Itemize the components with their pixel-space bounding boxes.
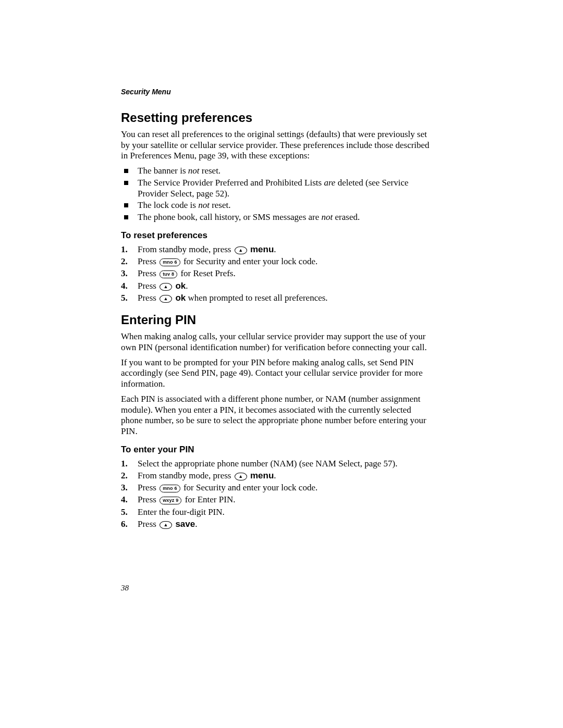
up-key-icon: ▲	[235, 246, 247, 254]
text: .	[195, 519, 197, 529]
softkey-label: menu	[250, 471, 274, 480]
list-item: Press mno 6 for Security and enter your …	[121, 482, 430, 493]
text: Press	[138, 281, 158, 291]
softkey-label: save	[175, 519, 195, 529]
body-paragraph: If you want to be prompted for your PIN …	[121, 357, 430, 390]
emphasis: are	[324, 178, 335, 188]
steps-enter-pin: Select the appropriate phone number (NAM…	[121, 458, 430, 530]
text: Press	[138, 519, 158, 529]
subheading-to-reset-preferences: To reset preferences	[121, 230, 430, 241]
list-item: The lock code is not reset.	[121, 200, 430, 211]
keypad-6-icon: mno 6	[160, 258, 180, 266]
body-paragraph: Each PIN is associated with a different …	[121, 394, 430, 437]
text: Press	[138, 495, 158, 504]
text: when prompted to reset all preferences.	[186, 293, 327, 303]
list-item: Press tuv 8 for Reset Prefs.	[121, 268, 430, 279]
emphasis: not	[188, 166, 200, 176]
heading-entering-pin: Entering PIN	[121, 313, 430, 327]
subheading-to-enter-your-pin: To enter your PIN	[121, 445, 430, 455]
text: The phone book, call history, or SMS mes…	[138, 212, 322, 222]
intro-paragraph: You can reset all preferences to the ori…	[121, 129, 430, 162]
manual-page: Security Menu Resetting preferences You …	[0, 0, 563, 728]
text: for Reset Prefs.	[178, 268, 236, 278]
list-item: The phone book, call history, or SMS mes…	[121, 212, 430, 223]
page-number: 38	[121, 584, 129, 593]
text: reset.	[210, 200, 231, 210]
emphasis: not	[322, 212, 333, 222]
list-item: Press wxyz 9 for Enter PIN.	[121, 494, 430, 505]
emphasis: not	[198, 200, 210, 210]
heading-resetting-preferences: Resetting preferences	[121, 110, 430, 125]
text: The lock code is	[138, 200, 198, 210]
list-item: Select the appropriate phone number (NAM…	[121, 458, 430, 469]
running-header: Security Menu	[121, 88, 430, 96]
list-item: Press mno 6 for Security and enter your …	[121, 256, 430, 267]
text: for Enter PIN.	[182, 495, 235, 504]
list-item: The Service Provider Preferred and Prohi…	[121, 178, 430, 199]
up-key-icon: ▲	[160, 521, 172, 529]
text: Select the appropriate phone number (NAM…	[138, 459, 398, 468]
text: Enter the four-digit PIN.	[138, 507, 225, 517]
text: Press	[138, 483, 158, 492]
text: The banner is	[138, 166, 188, 176]
text: erased.	[333, 212, 360, 222]
text: .	[186, 281, 188, 291]
list-item: From standby mode, press ▲ menu.	[121, 470, 430, 481]
text: From standby mode, press	[138, 244, 234, 254]
text: .	[274, 471, 276, 480]
keypad-9-icon: wxyz 9	[160, 497, 181, 504]
softkey-label: ok	[175, 281, 186, 291]
text: .	[274, 244, 276, 254]
text: for Security and enter your lock code.	[181, 256, 318, 266]
steps-reset-preferences: From standby mode, press ▲ menu. Press m…	[121, 244, 430, 303]
list-item: Press ▲ ok when prompted to reset all pr…	[121, 292, 430, 303]
text: reset.	[200, 166, 221, 176]
exceptions-list: The banner is not reset. The Service Pro…	[121, 166, 430, 223]
softkey-label: menu	[250, 244, 274, 254]
up-key-icon: ▲	[160, 283, 172, 291]
up-key-icon: ▲	[235, 473, 247, 480]
keypad-8-icon: tuv 8	[160, 270, 177, 278]
list-item: Press ▲ ok.	[121, 280, 430, 291]
list-item: The banner is not reset.	[121, 166, 430, 177]
text: for Security and enter your lock code.	[181, 483, 318, 492]
text: Press	[138, 293, 158, 303]
text: Press	[138, 268, 158, 278]
keypad-6-icon: mno 6	[160, 485, 180, 492]
text: From standby mode, press	[138, 471, 234, 480]
up-key-icon: ▲	[160, 295, 172, 303]
body-paragraph: When making analog calls, your cellular …	[121, 331, 430, 353]
list-item: From standby mode, press ▲ menu.	[121, 244, 430, 255]
list-item: Press ▲ save.	[121, 519, 430, 529]
text: Press	[138, 256, 158, 266]
text: The Service Provider Preferred and Prohi…	[138, 178, 324, 188]
list-item: Enter the four-digit PIN.	[121, 507, 430, 517]
softkey-label: ok	[175, 293, 186, 303]
